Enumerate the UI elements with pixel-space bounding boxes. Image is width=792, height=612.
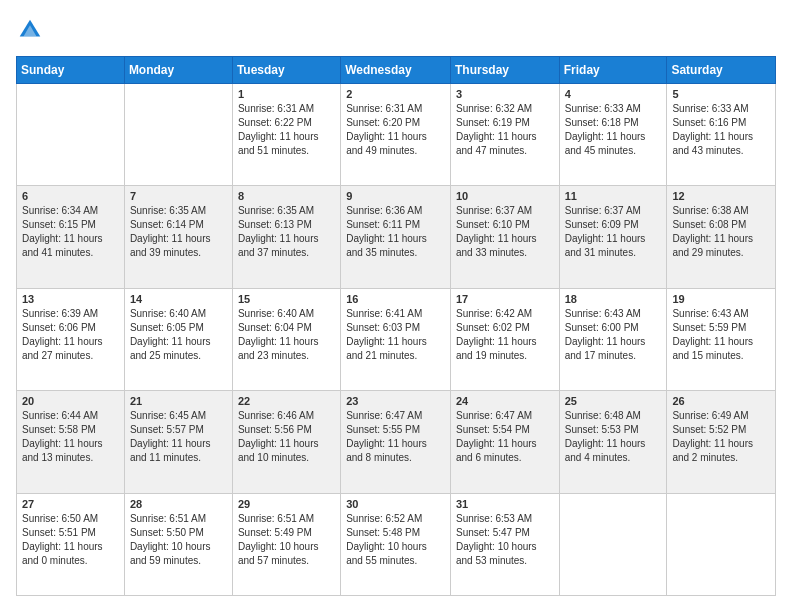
day-number: 30 [346, 498, 445, 510]
day-info: Sunrise: 6:33 AMSunset: 6:18 PMDaylight:… [565, 102, 662, 158]
calendar-cell: 22Sunrise: 6:46 AMSunset: 5:56 PMDayligh… [232, 391, 340, 493]
calendar-cell: 25Sunrise: 6:48 AMSunset: 5:53 PMDayligh… [559, 391, 667, 493]
calendar-cell: 24Sunrise: 6:47 AMSunset: 5:54 PMDayligh… [450, 391, 559, 493]
calendar-header-wednesday: Wednesday [341, 57, 451, 84]
calendar-cell: 1Sunrise: 6:31 AMSunset: 6:22 PMDaylight… [232, 84, 340, 186]
day-number: 12 [672, 190, 770, 202]
day-info: Sunrise: 6:36 AMSunset: 6:11 PMDaylight:… [346, 204, 445, 260]
day-info: Sunrise: 6:43 AMSunset: 5:59 PMDaylight:… [672, 307, 770, 363]
day-number: 31 [456, 498, 554, 510]
calendar-cell: 27Sunrise: 6:50 AMSunset: 5:51 PMDayligh… [17, 493, 125, 595]
logo-icon [16, 16, 44, 44]
calendar-week-row: 27Sunrise: 6:50 AMSunset: 5:51 PMDayligh… [17, 493, 776, 595]
calendar-cell: 5Sunrise: 6:33 AMSunset: 6:16 PMDaylight… [667, 84, 776, 186]
calendar-cell: 28Sunrise: 6:51 AMSunset: 5:50 PMDayligh… [124, 493, 232, 595]
day-number: 8 [238, 190, 335, 202]
calendar-cell: 20Sunrise: 6:44 AMSunset: 5:58 PMDayligh… [17, 391, 125, 493]
calendar-cell: 21Sunrise: 6:45 AMSunset: 5:57 PMDayligh… [124, 391, 232, 493]
day-info: Sunrise: 6:48 AMSunset: 5:53 PMDaylight:… [565, 409, 662, 465]
day-info: Sunrise: 6:31 AMSunset: 6:20 PMDaylight:… [346, 102, 445, 158]
calendar-cell: 13Sunrise: 6:39 AMSunset: 6:06 PMDayligh… [17, 288, 125, 390]
calendar-cell: 29Sunrise: 6:51 AMSunset: 5:49 PMDayligh… [232, 493, 340, 595]
day-number: 22 [238, 395, 335, 407]
day-number: 16 [346, 293, 445, 305]
day-number: 27 [22, 498, 119, 510]
calendar-header-saturday: Saturday [667, 57, 776, 84]
day-number: 4 [565, 88, 662, 100]
calendar-table: SundayMondayTuesdayWednesdayThursdayFrid… [16, 56, 776, 596]
day-info: Sunrise: 6:45 AMSunset: 5:57 PMDaylight:… [130, 409, 227, 465]
day-info: Sunrise: 6:41 AMSunset: 6:03 PMDaylight:… [346, 307, 445, 363]
day-info: Sunrise: 6:46 AMSunset: 5:56 PMDaylight:… [238, 409, 335, 465]
day-number: 26 [672, 395, 770, 407]
day-number: 29 [238, 498, 335, 510]
calendar-cell [667, 493, 776, 595]
calendar-cell: 18Sunrise: 6:43 AMSunset: 6:00 PMDayligh… [559, 288, 667, 390]
day-number: 21 [130, 395, 227, 407]
calendar-cell: 2Sunrise: 6:31 AMSunset: 6:20 PMDaylight… [341, 84, 451, 186]
day-number: 10 [456, 190, 554, 202]
day-number: 1 [238, 88, 335, 100]
header [16, 16, 776, 44]
calendar-cell: 16Sunrise: 6:41 AMSunset: 6:03 PMDayligh… [341, 288, 451, 390]
calendar-cell: 11Sunrise: 6:37 AMSunset: 6:09 PMDayligh… [559, 186, 667, 288]
day-info: Sunrise: 6:52 AMSunset: 5:48 PMDaylight:… [346, 512, 445, 568]
day-number: 20 [22, 395, 119, 407]
calendar-cell: 9Sunrise: 6:36 AMSunset: 6:11 PMDaylight… [341, 186, 451, 288]
calendar-cell: 10Sunrise: 6:37 AMSunset: 6:10 PMDayligh… [450, 186, 559, 288]
calendar-header-monday: Monday [124, 57, 232, 84]
calendar-cell [559, 493, 667, 595]
day-info: Sunrise: 6:37 AMSunset: 6:09 PMDaylight:… [565, 204, 662, 260]
day-info: Sunrise: 6:35 AMSunset: 6:14 PMDaylight:… [130, 204, 227, 260]
day-number: 9 [346, 190, 445, 202]
day-number: 25 [565, 395, 662, 407]
day-number: 11 [565, 190, 662, 202]
calendar-week-row: 1Sunrise: 6:31 AMSunset: 6:22 PMDaylight… [17, 84, 776, 186]
calendar-cell: 8Sunrise: 6:35 AMSunset: 6:13 PMDaylight… [232, 186, 340, 288]
calendar-week-row: 20Sunrise: 6:44 AMSunset: 5:58 PMDayligh… [17, 391, 776, 493]
day-info: Sunrise: 6:37 AMSunset: 6:10 PMDaylight:… [456, 204, 554, 260]
day-number: 2 [346, 88, 445, 100]
day-info: Sunrise: 6:47 AMSunset: 5:55 PMDaylight:… [346, 409, 445, 465]
day-info: Sunrise: 6:40 AMSunset: 6:05 PMDaylight:… [130, 307, 227, 363]
day-info: Sunrise: 6:51 AMSunset: 5:50 PMDaylight:… [130, 512, 227, 568]
day-info: Sunrise: 6:42 AMSunset: 6:02 PMDaylight:… [456, 307, 554, 363]
day-info: Sunrise: 6:51 AMSunset: 5:49 PMDaylight:… [238, 512, 335, 568]
day-number: 3 [456, 88, 554, 100]
day-number: 13 [22, 293, 119, 305]
calendar-cell: 12Sunrise: 6:38 AMSunset: 6:08 PMDayligh… [667, 186, 776, 288]
calendar-header-tuesday: Tuesday [232, 57, 340, 84]
day-info: Sunrise: 6:50 AMSunset: 5:51 PMDaylight:… [22, 512, 119, 568]
day-info: Sunrise: 6:35 AMSunset: 6:13 PMDaylight:… [238, 204, 335, 260]
calendar-cell: 15Sunrise: 6:40 AMSunset: 6:04 PMDayligh… [232, 288, 340, 390]
day-info: Sunrise: 6:44 AMSunset: 5:58 PMDaylight:… [22, 409, 119, 465]
calendar-cell: 14Sunrise: 6:40 AMSunset: 6:05 PMDayligh… [124, 288, 232, 390]
calendar-header-sunday: Sunday [17, 57, 125, 84]
day-number: 23 [346, 395, 445, 407]
day-info: Sunrise: 6:38 AMSunset: 6:08 PMDaylight:… [672, 204, 770, 260]
calendar-cell: 23Sunrise: 6:47 AMSunset: 5:55 PMDayligh… [341, 391, 451, 493]
day-info: Sunrise: 6:43 AMSunset: 6:00 PMDaylight:… [565, 307, 662, 363]
calendar-cell: 19Sunrise: 6:43 AMSunset: 5:59 PMDayligh… [667, 288, 776, 390]
day-number: 18 [565, 293, 662, 305]
calendar-cell [124, 84, 232, 186]
calendar-cell: 17Sunrise: 6:42 AMSunset: 6:02 PMDayligh… [450, 288, 559, 390]
day-info: Sunrise: 6:40 AMSunset: 6:04 PMDaylight:… [238, 307, 335, 363]
page: SundayMondayTuesdayWednesdayThursdayFrid… [0, 0, 792, 612]
day-info: Sunrise: 6:47 AMSunset: 5:54 PMDaylight:… [456, 409, 554, 465]
day-info: Sunrise: 6:53 AMSunset: 5:47 PMDaylight:… [456, 512, 554, 568]
day-info: Sunrise: 6:49 AMSunset: 5:52 PMDaylight:… [672, 409, 770, 465]
day-number: 17 [456, 293, 554, 305]
calendar-week-row: 13Sunrise: 6:39 AMSunset: 6:06 PMDayligh… [17, 288, 776, 390]
calendar-cell: 26Sunrise: 6:49 AMSunset: 5:52 PMDayligh… [667, 391, 776, 493]
day-info: Sunrise: 6:33 AMSunset: 6:16 PMDaylight:… [672, 102, 770, 158]
day-number: 14 [130, 293, 227, 305]
day-number: 7 [130, 190, 227, 202]
calendar-cell: 31Sunrise: 6:53 AMSunset: 5:47 PMDayligh… [450, 493, 559, 595]
day-info: Sunrise: 6:39 AMSunset: 6:06 PMDaylight:… [22, 307, 119, 363]
day-number: 24 [456, 395, 554, 407]
day-number: 5 [672, 88, 770, 100]
day-number: 28 [130, 498, 227, 510]
day-info: Sunrise: 6:31 AMSunset: 6:22 PMDaylight:… [238, 102, 335, 158]
calendar-cell: 6Sunrise: 6:34 AMSunset: 6:15 PMDaylight… [17, 186, 125, 288]
